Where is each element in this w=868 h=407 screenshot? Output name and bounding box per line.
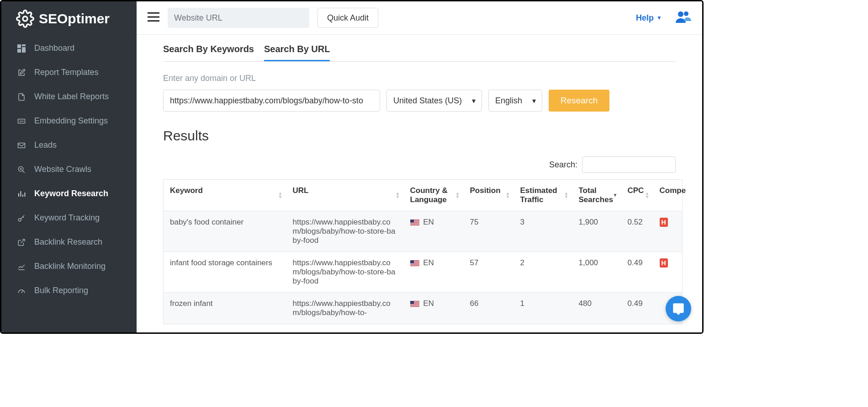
account-button[interactable] xyxy=(675,10,691,26)
us-flag-icon xyxy=(410,260,419,266)
sidebar-item-label: Dashboard xyxy=(34,43,74,53)
envelope-icon xyxy=(16,141,27,150)
cell-cpc: 0.49 xyxy=(621,252,653,293)
sidebar-item-label: Backlink Research xyxy=(34,237,102,247)
gear-icon xyxy=(16,10,34,28)
sort-icon: ▲▼ xyxy=(506,192,510,199)
dashboard-icon xyxy=(16,44,27,53)
sidebar-item-label: Website Crawls xyxy=(34,165,91,174)
sort-icon: ▼ xyxy=(613,193,618,197)
language-select[interactable]: English xyxy=(488,90,542,112)
sidebar-item-label: White Label Reports xyxy=(34,92,109,102)
main-area: Quick Audit Help ▼ Search By Keywords Se… xyxy=(137,1,702,332)
sidebar-item-label: Report Templates xyxy=(34,68,99,77)
form-label: Enter any domain or URL xyxy=(163,74,676,83)
col-keyword[interactable]: Keyword▲▼ xyxy=(164,180,286,211)
col-searches[interactable]: Total Searches▼ xyxy=(572,180,621,211)
svg-rect-4 xyxy=(17,49,21,53)
cell-country: EN xyxy=(404,293,464,324)
sort-icon: ▲▼ xyxy=(396,192,400,199)
results-table: Keyword▲▼ URL▲▼ Country & Language▲▼ Pos… xyxy=(163,179,683,324)
sidebar-item-keyword-tracking[interactable]: Keyword Tracking xyxy=(1,206,137,230)
sidebar-item-leads[interactable]: Leads xyxy=(1,133,137,157)
sidebar-item-backlink-research[interactable]: Backlink Research xyxy=(1,230,137,254)
help-label: Help xyxy=(636,13,654,23)
gauge-icon xyxy=(16,287,27,295)
competition-badge: H xyxy=(660,218,668,227)
cell-traffic: 3 xyxy=(514,211,572,252)
cell-keyword: baby's food container xyxy=(164,211,286,252)
cell-searches: 480 xyxy=(572,293,621,324)
competition-badge: H xyxy=(660,258,668,268)
sidebar-item-label: Bulk Reporting xyxy=(34,286,88,295)
research-button[interactable]: Research xyxy=(549,90,609,112)
cell-position: 75 xyxy=(464,211,514,252)
sidebar-item-bulk-reporting[interactable]: Bulk Reporting xyxy=(1,278,137,303)
col-cpc[interactable]: CPC▲▼ xyxy=(621,180,653,211)
sidebar-item-website-crawls[interactable]: Website Crawls xyxy=(1,157,137,182)
table-search-row: Search: xyxy=(163,156,676,173)
svg-point-25 xyxy=(678,11,683,17)
sidebar-item-label: Leads xyxy=(34,140,57,150)
sort-icon: ▲▼ xyxy=(645,192,650,199)
table-row[interactable]: baby's food container https://www.happie… xyxy=(164,211,683,252)
cell-traffic: 2 xyxy=(514,252,572,293)
sidebar: SEOptimer Dashboard Report Templates Whi… xyxy=(1,1,137,332)
col-url[interactable]: URL▲▼ xyxy=(286,180,404,211)
cell-searches: 1,000 xyxy=(572,252,621,293)
tabs: Search By Keywords Search By URL xyxy=(163,44,676,62)
cell-country: EN xyxy=(404,252,464,293)
bar-chart-icon xyxy=(16,190,27,198)
cell-competition: H xyxy=(653,211,683,252)
tab-search-keywords[interactable]: Search By Keywords xyxy=(163,44,254,61)
brand-text: SEOptimer xyxy=(39,11,110,27)
cell-position: 57 xyxy=(464,252,514,293)
sidebar-item-dashboard[interactable]: Dashboard xyxy=(1,36,137,60)
col-country[interactable]: Country & Language▲▼ xyxy=(404,180,464,211)
content: Search By Keywords Search By URL Enter a… xyxy=(137,35,702,332)
table-search-input[interactable] xyxy=(582,156,676,173)
sidebar-item-label: Backlink Monitoring xyxy=(34,262,106,271)
col-traffic[interactable]: Estimated Traffic▲▼ xyxy=(514,180,572,211)
cell-traffic: 1 xyxy=(514,293,572,324)
chevron-down-icon: ▼ xyxy=(656,15,662,21)
cell-competition: H xyxy=(653,252,683,293)
country-select[interactable]: United States (US) xyxy=(386,90,482,112)
svg-line-17 xyxy=(21,215,25,219)
search-row: United States (US) English Research xyxy=(163,90,676,112)
table-row[interactable]: infant food storage containers https://w… xyxy=(164,252,683,293)
users-icon xyxy=(675,10,691,24)
sidebar-item-white-label[interactable]: White Label Reports xyxy=(1,85,137,109)
sort-icon: ▲▼ xyxy=(278,192,283,199)
svg-point-0 xyxy=(23,16,27,21)
website-url-input[interactable] xyxy=(168,8,309,28)
key-icon xyxy=(16,214,27,222)
sidebar-item-keyword-research[interactable]: Keyword Research xyxy=(1,182,137,206)
col-position[interactable]: Position▲▼ xyxy=(464,180,514,211)
results-heading: Results xyxy=(163,128,676,144)
svg-rect-1 xyxy=(17,44,21,48)
cell-url: https://www.happiestbaby.com/blogs/baby/… xyxy=(286,211,404,252)
help-dropdown[interactable]: Help ▼ xyxy=(636,13,662,23)
quick-audit-button[interactable]: Quick Audit xyxy=(318,8,378,28)
sidebar-item-report-templates[interactable]: Report Templates xyxy=(1,60,137,85)
menu-toggle[interactable] xyxy=(148,12,159,24)
chat-button[interactable] xyxy=(666,296,691,321)
tab-search-url[interactable]: Search By URL xyxy=(264,44,330,61)
sidebar-item-label: Keyword Tracking xyxy=(34,213,100,223)
table-row[interactable]: frozen infant https://www.happiestbaby.c… xyxy=(164,293,683,324)
cell-cpc: 0.52 xyxy=(621,211,653,252)
us-flag-icon xyxy=(410,301,419,307)
domain-input[interactable] xyxy=(163,90,380,112)
sidebar-item-embedding[interactable]: Embedding Settings xyxy=(1,109,137,133)
col-competition[interactable]: Compe xyxy=(653,180,683,211)
sort-icon: ▲▼ xyxy=(564,192,569,199)
cell-country: EN xyxy=(404,211,464,252)
cell-keyword: frozen infant xyxy=(164,293,286,324)
cell-keyword: infant food storage containers xyxy=(164,252,286,293)
search-plus-icon xyxy=(16,166,27,174)
us-flag-icon xyxy=(410,220,419,225)
chat-icon xyxy=(672,302,685,315)
sidebar-item-backlink-monitoring[interactable]: Backlink Monitoring xyxy=(1,254,137,278)
cell-url: https://www.happiestbaby.com/blogs/baby/… xyxy=(286,252,404,293)
